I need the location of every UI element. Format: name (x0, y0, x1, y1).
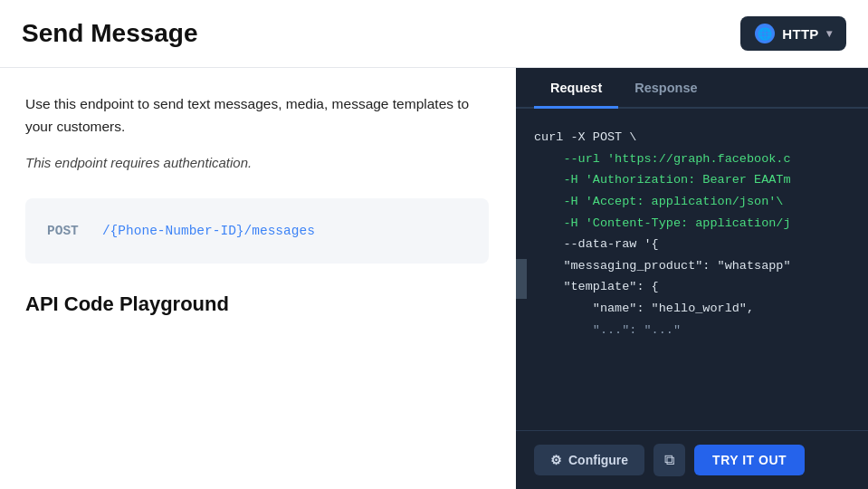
section-title: API Code Playground (25, 292, 489, 316)
chevron-down-icon: ▾ (826, 27, 832, 40)
endpoint-description: Use this endpoint to send text messages,… (25, 93, 489, 139)
request-response-tabs: Request Response (516, 68, 868, 109)
tab-response[interactable]: Response (618, 68, 713, 109)
code-display: curl -X POST \ --url 'https://graph.face… (516, 109, 868, 430)
copy-button[interactable]: ⧉ (653, 444, 685, 476)
configure-button[interactable]: ⚙ Configure (534, 445, 644, 475)
code-line: --url 'https://graph.facebook.c (534, 149, 850, 170)
code-line: -H 'Authorization: Bearer EAATm (534, 169, 850, 191)
try-it-out-button[interactable]: TRY IT OUT (694, 445, 805, 475)
collapse-panel-button[interactable]: ‹ (516, 259, 527, 299)
code-line: curl -X POST \ (534, 127, 850, 149)
http-dropdown-label: HTTP (782, 26, 818, 42)
right-panel: ‹ Request Response curl -X POST \ --url … (516, 68, 868, 489)
code-line: -H 'Accept: application/json'\ (534, 191, 850, 213)
main-content: Use this endpoint to send text messages,… (0, 68, 868, 489)
code-line: "messaging_product": "whatsapp" (534, 255, 850, 277)
endpoint-code-block: POST /{Phone-Number-ID}/messages (25, 198, 489, 264)
configure-label: Configure (568, 453, 628, 467)
endpoint-path-label: /{Phone-Number-ID}/messages (102, 224, 315, 238)
code-line: "name": "hello_world", (534, 298, 850, 320)
copy-icon: ⧉ (664, 452, 674, 467)
http-method-label: POST (47, 224, 79, 238)
code-line: "template": { (534, 276, 850, 298)
code-line: --data-raw '{ (534, 234, 850, 255)
code-line: -H 'Content-Type: application/j (534, 213, 850, 235)
globe-icon: 🌐 (755, 24, 775, 43)
auth-note: This endpoint requires authentication. (25, 153, 489, 174)
tab-request[interactable]: Request (534, 68, 618, 109)
left-panel: Use this endpoint to send text messages,… (0, 68, 516, 489)
page-header: Send Message 🌐 HTTP ▾ (0, 0, 868, 68)
http-dropdown-button[interactable]: 🌐 HTTP ▾ (740, 16, 846, 51)
gear-icon: ⚙ (550, 453, 562, 467)
code-line: "...": "..." (534, 320, 850, 341)
page-title: Send Message (22, 19, 198, 48)
footer-actions: ⚙ Configure ⧉ TRY IT OUT (516, 430, 868, 489)
